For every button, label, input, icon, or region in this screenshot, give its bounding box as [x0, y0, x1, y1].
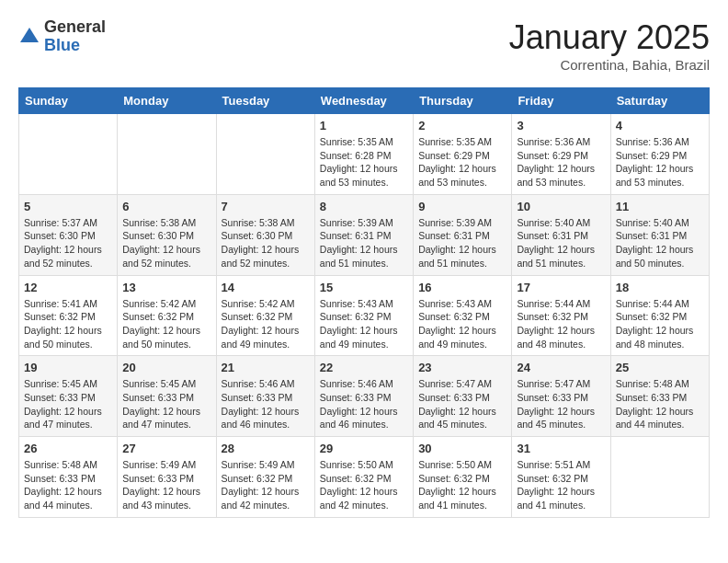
weekday-header-monday: Monday	[118, 88, 216, 114]
day-info: Sunrise: 5:37 AM Sunset: 6:30 PM Dayligh…	[24, 216, 112, 270]
title-block: January 2025 Correntina, Bahia, Brazil	[509, 18, 710, 73]
day-info: Sunrise: 5:36 AM Sunset: 6:29 PM Dayligh…	[616, 135, 704, 190]
calendar-cell: 26Sunrise: 5:48 AM Sunset: 6:33 PM Dayli…	[19, 437, 118, 518]
calendar-cell: 31Sunrise: 5:51 AM Sunset: 6:32 PM Dayli…	[512, 437, 610, 518]
calendar-cell: 18Sunrise: 5:44 AM Sunset: 6:32 PM Dayli…	[610, 275, 709, 356]
day-info: Sunrise: 5:45 AM Sunset: 6:33 PM Dayligh…	[122, 377, 210, 431]
day-number: 2	[418, 119, 506, 132]
logo: General Blue	[18, 18, 106, 55]
calendar-cell: 11Sunrise: 5:40 AM Sunset: 6:31 PM Dayli…	[610, 194, 709, 275]
day-number: 16	[418, 281, 506, 294]
weekday-header-thursday: Thursday	[414, 88, 512, 114]
calendar-cell: 30Sunrise: 5:50 AM Sunset: 6:32 PM Dayli…	[414, 437, 512, 518]
calendar-cell: 25Sunrise: 5:48 AM Sunset: 6:33 PM Dayli…	[610, 356, 709, 437]
calendar-cell: 21Sunrise: 5:46 AM Sunset: 6:33 PM Dayli…	[216, 356, 314, 437]
calendar-cell: 14Sunrise: 5:42 AM Sunset: 6:32 PM Dayli…	[216, 275, 314, 356]
calendar-week-1: 1Sunrise: 5:35 AM Sunset: 6:28 PM Daylig…	[19, 114, 710, 195]
calendar-week-4: 19Sunrise: 5:45 AM Sunset: 6:33 PM Dayli…	[19, 356, 710, 437]
day-number: 11	[616, 200, 704, 213]
calendar-cell: 1Sunrise: 5:35 AM Sunset: 6:28 PM Daylig…	[314, 114, 413, 195]
day-number: 15	[320, 281, 408, 294]
logo-icon	[18, 26, 40, 48]
day-info: Sunrise: 5:38 AM Sunset: 6:30 PM Dayligh…	[222, 216, 310, 270]
day-number: 8	[320, 200, 408, 213]
calendar-cell	[216, 114, 314, 195]
calendar-cell: 28Sunrise: 5:49 AM Sunset: 6:32 PM Dayli…	[216, 437, 314, 518]
calendar-cell: 13Sunrise: 5:42 AM Sunset: 6:32 PM Dayli…	[118, 275, 216, 356]
weekday-header-friday: Friday	[512, 88, 610, 114]
day-info: Sunrise: 5:49 AM Sunset: 6:33 PM Dayligh…	[122, 458, 210, 512]
calendar-cell: 27Sunrise: 5:49 AM Sunset: 6:33 PM Dayli…	[118, 437, 216, 518]
calendar-cell: 20Sunrise: 5:45 AM Sunset: 6:33 PM Dayli…	[118, 356, 216, 437]
day-number: 14	[222, 281, 310, 294]
day-number: 17	[517, 281, 605, 294]
day-number: 1	[320, 119, 408, 132]
calendar-cell: 8Sunrise: 5:39 AM Sunset: 6:31 PM Daylig…	[314, 194, 413, 275]
calendar-cell: 5Sunrise: 5:37 AM Sunset: 6:30 PM Daylig…	[19, 194, 118, 275]
day-number: 9	[418, 200, 506, 213]
day-number: 5	[24, 200, 112, 213]
day-info: Sunrise: 5:50 AM Sunset: 6:32 PM Dayligh…	[320, 458, 408, 512]
day-info: Sunrise: 5:43 AM Sunset: 6:32 PM Dayligh…	[320, 297, 408, 351]
day-info: Sunrise: 5:47 AM Sunset: 6:33 PM Dayligh…	[418, 377, 506, 431]
day-number: 3	[517, 119, 605, 132]
day-info: Sunrise: 5:39 AM Sunset: 6:31 PM Dayligh…	[320, 216, 408, 270]
day-number: 21	[222, 361, 310, 374]
calendar-cell	[118, 114, 216, 195]
calendar-cell: 6Sunrise: 5:38 AM Sunset: 6:30 PM Daylig…	[118, 194, 216, 275]
month-title: January 2025	[509, 18, 710, 57]
day-number: 22	[320, 361, 408, 374]
day-number: 24	[517, 361, 605, 374]
location-subtitle: Correntina, Bahia, Brazil	[509, 57, 710, 73]
day-info: Sunrise: 5:44 AM Sunset: 6:32 PM Dayligh…	[616, 297, 704, 351]
day-number: 25	[616, 361, 704, 374]
day-info: Sunrise: 5:39 AM Sunset: 6:31 PM Dayligh…	[418, 216, 506, 270]
day-info: Sunrise: 5:43 AM Sunset: 6:32 PM Dayligh…	[418, 297, 506, 351]
calendar-cell: 24Sunrise: 5:47 AM Sunset: 6:33 PM Dayli…	[512, 356, 610, 437]
calendar-week-2: 5Sunrise: 5:37 AM Sunset: 6:30 PM Daylig…	[19, 194, 710, 275]
day-number: 20	[122, 361, 210, 374]
calendar-table: SundayMondayTuesdayWednesdayThursdayFrid…	[18, 87, 710, 518]
day-info: Sunrise: 5:51 AM Sunset: 6:32 PM Dayligh…	[517, 458, 605, 512]
logo-general-text: General	[44, 17, 106, 36]
svg-marker-0	[20, 28, 39, 42]
day-info: Sunrise: 5:49 AM Sunset: 6:32 PM Dayligh…	[222, 458, 310, 512]
weekday-header-sunday: Sunday	[19, 88, 118, 114]
day-info: Sunrise: 5:47 AM Sunset: 6:33 PM Dayligh…	[517, 377, 605, 431]
logo-blue-text: Blue	[44, 36, 80, 54]
day-info: Sunrise: 5:35 AM Sunset: 6:29 PM Dayligh…	[418, 135, 506, 190]
calendar-cell: 22Sunrise: 5:46 AM Sunset: 6:33 PM Dayli…	[314, 356, 413, 437]
day-number: 18	[616, 281, 704, 294]
day-info: Sunrise: 5:42 AM Sunset: 6:32 PM Dayligh…	[222, 297, 310, 351]
calendar-week-5: 26Sunrise: 5:48 AM Sunset: 6:33 PM Dayli…	[19, 437, 710, 518]
day-number: 12	[24, 281, 112, 294]
calendar-cell: 10Sunrise: 5:40 AM Sunset: 6:31 PM Dayli…	[512, 194, 610, 275]
calendar-cell: 2Sunrise: 5:35 AM Sunset: 6:29 PM Daylig…	[414, 114, 512, 195]
day-number: 28	[222, 442, 310, 455]
day-info: Sunrise: 5:45 AM Sunset: 6:33 PM Dayligh…	[24, 377, 112, 431]
calendar-cell: 4Sunrise: 5:36 AM Sunset: 6:29 PM Daylig…	[610, 114, 709, 195]
day-number: 6	[122, 200, 210, 213]
calendar-cell: 15Sunrise: 5:43 AM Sunset: 6:32 PM Dayli…	[314, 275, 413, 356]
page-header: General Blue January 2025 Correntina, Ba…	[18, 18, 710, 73]
calendar-cell: 7Sunrise: 5:38 AM Sunset: 6:30 PM Daylig…	[216, 194, 314, 275]
day-info: Sunrise: 5:48 AM Sunset: 6:33 PM Dayligh…	[24, 458, 112, 512]
calendar-cell: 9Sunrise: 5:39 AM Sunset: 6:31 PM Daylig…	[414, 194, 512, 275]
calendar-cell: 3Sunrise: 5:36 AM Sunset: 6:29 PM Daylig…	[512, 114, 610, 195]
day-info: Sunrise: 5:38 AM Sunset: 6:30 PM Dayligh…	[122, 216, 210, 270]
weekday-header-tuesday: Tuesday	[216, 88, 314, 114]
day-number: 27	[122, 442, 210, 455]
day-number: 4	[616, 119, 704, 132]
calendar-cell: 17Sunrise: 5:44 AM Sunset: 6:32 PM Dayli…	[512, 275, 610, 356]
calendar-cell	[610, 437, 709, 518]
weekday-header-row: SundayMondayTuesdayWednesdayThursdayFrid…	[19, 88, 710, 114]
day-info: Sunrise: 5:44 AM Sunset: 6:32 PM Dayligh…	[517, 297, 605, 351]
day-number: 29	[320, 442, 408, 455]
logo-text: General Blue	[44, 18, 106, 55]
day-number: 23	[418, 361, 506, 374]
weekday-header-saturday: Saturday	[610, 88, 709, 114]
day-number: 10	[517, 200, 605, 213]
day-number: 7	[222, 200, 310, 213]
calendar-cell: 29Sunrise: 5:50 AM Sunset: 6:32 PM Dayli…	[314, 437, 413, 518]
day-number: 26	[24, 442, 112, 455]
